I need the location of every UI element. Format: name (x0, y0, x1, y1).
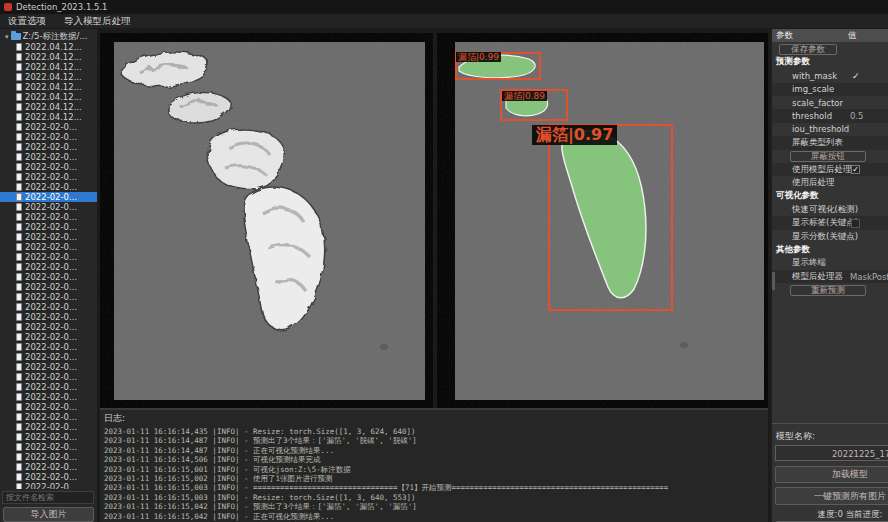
tree-item-label: 2022-02-0... (25, 182, 77, 192)
tree-item[interactable]: 2022.04.12... (0, 82, 97, 92)
mask-button[interactable]: 屏蔽按钮 (790, 151, 866, 162)
tree-item[interactable]: 2022-02-0... (0, 212, 97, 222)
menu-settings[interactable]: 设置选项 (8, 15, 46, 28)
tree-item-label: 2022.04.12... (25, 62, 82, 72)
section-predict-params: 预测参数 (772, 56, 888, 69)
tree-item-label: 2022-02-0... (25, 132, 77, 142)
tree-item[interactable]: 2022-02-0... (0, 432, 97, 442)
tree-item[interactable]: 2022-02-0... (0, 422, 97, 432)
tree-item[interactable]: 2022-02-0... (0, 442, 97, 452)
log-panel[interactable]: 日志: 2023-01-11 16:16:14,435 |INFO| - Res… (100, 408, 768, 522)
tree-item[interactable]: 2022-02-0... (0, 312, 97, 322)
detection-label: 漏箔|0.97 (532, 125, 617, 145)
repredict-button[interactable]: 重新预测 (790, 285, 866, 296)
tree-item[interactable]: 2022-02-0... (0, 342, 97, 352)
tree-item[interactable]: 2022-02-0... (0, 262, 97, 272)
tree-item[interactable]: 2022-02-0... (0, 202, 97, 212)
load-model-button[interactable]: 加载模型 (775, 466, 888, 483)
show-label-checkbox[interactable] (851, 219, 860, 228)
panel-scrollbar[interactable] (772, 272, 775, 290)
tree-item[interactable]: 2022-02-0... (0, 332, 97, 342)
tree-item[interactable]: 2022-02-0... (0, 222, 97, 232)
param-row-with-mask[interactable]: with_mask ✓ (772, 69, 888, 82)
tree-item-label: 2022.04.12... (25, 42, 82, 52)
tree-item[interactable]: 2022.04.12... (0, 112, 97, 122)
raw-image-viewer[interactable] (100, 33, 433, 408)
search-input[interactable] (2, 491, 94, 504)
tree-item-label: 2022-02-0... (25, 242, 77, 252)
param-row-model-post[interactable]: 模型后处理器 MaskPostPro... (772, 270, 888, 283)
tree-item[interactable]: 2022-02-0 (0, 482, 97, 489)
tree-item[interactable]: 2022-02-0... (0, 322, 97, 332)
tree-item[interactable]: 2022.04.12... (0, 92, 97, 102)
file-icon (16, 463, 22, 471)
prediction-viewer[interactable]: 漏箔|0.99 漏箔|0.89 漏箔|0.97 (437, 33, 768, 408)
detection-label: 漏箔|0.99 (456, 52, 501, 62)
param-row-show-terminal[interactable]: 显示终端 (772, 257, 888, 270)
tree-item[interactable]: 2022-02-0... (0, 182, 97, 192)
tree-item[interactable]: 2022-02-0... (0, 142, 97, 152)
tree-item[interactable]: 2022-02-0... (0, 122, 97, 132)
use-model-post-checkbox[interactable]: ✓ (851, 165, 860, 174)
tree-item[interactable]: 2022-02-0... (0, 232, 97, 242)
param-row-img-scale[interactable]: img_scale (772, 83, 888, 96)
tree-item-label: 2022-02-0... (25, 372, 77, 382)
progress-text: 速度:0 当前进度: (775, 509, 888, 521)
tree-root-folder[interactable]: ▾ Z:/5-标注数据/... (0, 31, 97, 42)
tree-item[interactable]: 2022-02-0... (0, 392, 97, 402)
tree-item[interactable]: 2022.04.12... (0, 42, 97, 52)
tree-item-label: 2022.04.12... (25, 82, 82, 92)
model-post-value[interactable]: MaskPostPro... (850, 272, 888, 282)
tree-item[interactable]: 2022-02-0... (0, 372, 97, 382)
tree-item[interactable]: 2022-02-0... (0, 412, 97, 422)
tree-item[interactable]: 2022-02-0... (0, 242, 97, 252)
tree-item[interactable]: 2022-02-0... (0, 252, 97, 262)
param-row-mask-type-list[interactable]: 屏蔽类型列表 (772, 136, 888, 149)
tree-item[interactable]: 2022.04.12... (0, 72, 97, 82)
tree-item[interactable]: 2022-02-0... (0, 452, 97, 462)
param-row-threshold[interactable]: threshold 0.5 (772, 109, 888, 122)
tree-item[interactable]: 2022-02-0... (0, 152, 97, 162)
model-name-combobox[interactable]: 20221225_174813... (775, 445, 888, 461)
file-icon (16, 213, 22, 221)
param-row-show-score[interactable]: 显示分数(关键点) (772, 230, 888, 243)
param-row-scale-factor[interactable]: scale_factor (772, 96, 888, 109)
tree-item[interactable]: 2022-02-0... (0, 132, 97, 142)
tree-item[interactable]: 2022-02-0... (0, 162, 97, 172)
tree-item-label: 2022-02-0... (25, 282, 77, 292)
file-icon (16, 163, 22, 171)
tree-item[interactable]: 2022-02-0... (0, 292, 97, 302)
tree-item-label: 2022-02-0... (25, 252, 77, 262)
tree-item[interactable]: 2022-02-0... (0, 192, 97, 202)
predict-all-button[interactable]: 一键预测所有图片 (775, 487, 888, 505)
param-row-use-model-post[interactable]: 使用模型后处理 ✓ (772, 163, 888, 176)
param-row-use-post[interactable]: 使用后处理 (772, 176, 888, 189)
file-icon (16, 433, 22, 441)
tree-item-label: 2022-02-0... (25, 452, 77, 462)
param-row-show-label[interactable]: 显示标签(关键点) (772, 216, 888, 229)
tree-item[interactable]: 2022.04.12... (0, 52, 97, 62)
tree-item[interactable]: 2022-02-0... (0, 302, 97, 312)
tree-item[interactable]: 2022-02-0... (0, 172, 97, 182)
param-row-fast-visual[interactable]: 快速可视化(检测) (772, 203, 888, 216)
tree-item[interactable]: 2022-02-0... (0, 282, 97, 292)
tree-item[interactable]: 2022.04.12... (0, 102, 97, 112)
tree-item[interactable]: 2022-02-0... (0, 382, 97, 392)
file-icon (16, 403, 22, 411)
tree-item[interactable]: 2022-02-0... (0, 352, 97, 362)
tree-item[interactable]: 2022-02-0... (0, 462, 97, 472)
menu-import-postprocess[interactable]: 导入模型后处理 (64, 15, 131, 28)
tree-item[interactable]: 2022-02-0... (0, 472, 97, 482)
save-params-button[interactable]: 保存参数 (779, 44, 837, 55)
tree-item[interactable]: 2022-02-0... (0, 272, 97, 282)
file-icon (16, 153, 22, 161)
tree-item[interactable]: 2022.04.12... (0, 62, 97, 72)
import-image-button[interactable]: 导入图片 (3, 507, 94, 522)
tree-item[interactable]: 2022-02-0... (0, 402, 97, 412)
model-section: 模型名称: 20221225_174813... 加载模型 一键预测所有图片 速… (772, 423, 888, 522)
param-row-iou-threshold[interactable]: iou_threshold (772, 123, 888, 136)
tree-item[interactable]: 2022-02-0... (0, 362, 97, 372)
app-icon (4, 3, 12, 11)
menu-bar: 设置选项 导入模型后处理 (0, 14, 888, 29)
threshold-value[interactable]: 0.5 (850, 111, 864, 121)
